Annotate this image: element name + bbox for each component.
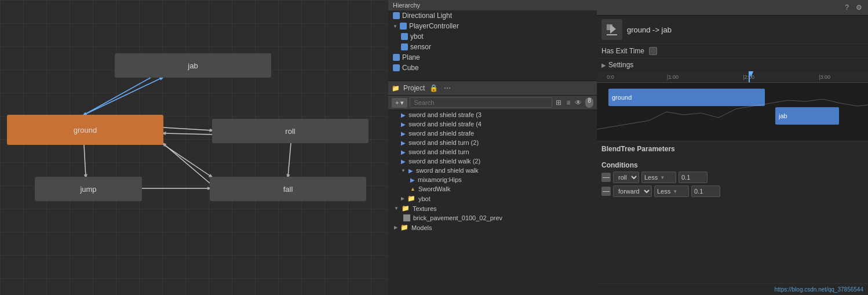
project-title: Project bbox=[403, 84, 425, 92]
project-icon-list[interactable]: ≡ bbox=[565, 97, 571, 108]
project-item-strafe[interactable]: ▶ sword and shield strafe bbox=[388, 129, 597, 138]
project-item-label: Models bbox=[411, 224, 432, 231]
inspector-settings-icon[interactable]: ⚙ bbox=[855, 2, 863, 13]
has-exit-time-label: Has Exit Time bbox=[601, 47, 644, 55]
cube-icon bbox=[393, 54, 400, 61]
condition-value-1[interactable] bbox=[679, 172, 707, 183]
project-item-label: SwordWalk bbox=[418, 185, 450, 192]
settings-expand-icon: ▶ bbox=[601, 62, 606, 68]
condition-param-1[interactable]: roll bbox=[613, 172, 639, 183]
state-jump-label: jump bbox=[80, 185, 96, 194]
condition-operator-1-label: Less bbox=[644, 174, 658, 181]
project-item-label: mixamorig:Hips bbox=[418, 176, 462, 183]
condition-operator-2-label: Less bbox=[657, 188, 670, 195]
project-item-label: sword and shield strafe (3 bbox=[409, 111, 482, 118]
hierarchy-item-ybot[interactable]: ybot bbox=[388, 31, 597, 42]
timeline-area: 0:0 |1:00 |2:00 |3:00 ground jab bbox=[597, 71, 868, 141]
project-item-label: sword and shield turn (2) bbox=[409, 139, 479, 146]
anim-icon-strafe: ▶ bbox=[401, 130, 406, 137]
condition-operator-2-dropdown[interactable]: Less ▼ bbox=[654, 185, 689, 197]
cube-icon bbox=[401, 43, 408, 50]
tick-1: |1:00 bbox=[667, 74, 679, 80]
project-item-textures[interactable]: ▼ 📁 Textures bbox=[388, 203, 597, 213]
download-icon bbox=[601, 19, 622, 40]
inspector-help-icon[interactable]: ? bbox=[844, 2, 850, 13]
condition-row-1: — roll Less ▼ bbox=[601, 172, 863, 183]
project-item-strafe4[interactable]: ▶ sword and shield strafe (4 bbox=[388, 119, 597, 129]
triangle-icon-swordwalk: ▲ bbox=[410, 186, 415, 192]
project-item-label: sword and shield strafe bbox=[409, 130, 474, 137]
tick-3: |3:00 bbox=[819, 74, 830, 80]
anim-icon-turn2: ▶ bbox=[401, 140, 406, 146]
expand-ybot-icon: ▶ bbox=[401, 196, 404, 201]
footer-url: https://blog.csdn.net/qq_37856544 bbox=[597, 283, 868, 295]
project-list: ▶ sword and shield strafe (3 ▶ sword and… bbox=[388, 110, 597, 295]
condition-param-2[interactable]: forward bbox=[613, 185, 652, 197]
project-icon-eye[interactable]: 👁 bbox=[574, 97, 583, 108]
project-menu-icon[interactable]: ⋯ bbox=[443, 83, 452, 93]
project-item-label: sword and shield turn bbox=[409, 148, 469, 155]
footer-url-text: https://blog.csdn.net/qq_37856544 bbox=[775, 286, 863, 293]
hierarchy-item-label: sensor bbox=[410, 43, 431, 51]
project-icon-group: ⊞ ≡ 👁 8 bbox=[555, 97, 593, 108]
blend-section: BlendTree Parameters bbox=[597, 141, 868, 159]
hierarchy-item-playercontroller[interactable]: ▼ PlayerController bbox=[388, 21, 597, 31]
project-toolbar: 📁 Project 🔒 ⋯ bbox=[388, 81, 597, 96]
project-item-label: brick_pavement_0100_02_prev bbox=[413, 214, 502, 221]
cube-icon bbox=[393, 12, 400, 19]
state-roll[interactable]: roll bbox=[212, 119, 369, 143]
hierarchy-item-label: Cube bbox=[402, 64, 419, 72]
state-jab[interactable]: jab bbox=[115, 53, 271, 78]
hierarchy-header: Hierarchy bbox=[388, 0, 597, 10]
state-roll-label: roll bbox=[285, 127, 295, 136]
hierarchy-item-sensor[interactable]: sensor bbox=[388, 42, 597, 52]
project-item-hips[interactable]: ▶ mixamorig:Hips bbox=[388, 175, 597, 184]
project-lock-icon[interactable]: 🔒 bbox=[428, 83, 439, 93]
conditions-title: Conditions bbox=[601, 161, 863, 169]
state-ground[interactable]: ground bbox=[7, 115, 163, 145]
project-item-turn[interactable]: ▶ sword and shield turn bbox=[388, 147, 597, 156]
search-input[interactable] bbox=[410, 97, 552, 108]
folder-icon-models: 📁 bbox=[400, 224, 409, 231]
project-item-strafe3[interactable]: ▶ sword and shield strafe (3 bbox=[388, 110, 597, 119]
folder-icon-textures: 📁 bbox=[402, 205, 410, 212]
project-item-swordwalk[interactable]: ▲ SwordWalk bbox=[388, 184, 597, 194]
state-jump[interactable]: jump bbox=[35, 177, 142, 201]
timeline-ruler: 0:0 |1:00 |2:00 |3:00 bbox=[597, 71, 868, 83]
inspector-top: ground -> jab bbox=[597, 16, 868, 44]
state-fall[interactable]: fall bbox=[210, 177, 366, 201]
conditions-section: Conditions — roll Less ▼ — forward Less … bbox=[597, 159, 868, 202]
hierarchy-panel: Hierarchy Directional Light ▼ PlayerCont… bbox=[388, 0, 597, 81]
project-item-brick[interactable]: brick_pavement_0100_02_prev bbox=[388, 213, 597, 223]
download-svg bbox=[606, 23, 618, 36]
project-item-walk[interactable]: ▼ ▶ sword and shield walk bbox=[388, 166, 597, 175]
project-item-label: Textures bbox=[413, 205, 437, 212]
cube-icon bbox=[401, 33, 408, 40]
condition-value-2[interactable] bbox=[691, 185, 720, 197]
project-item-turn2[interactable]: ▶ sword and shield turn (2) bbox=[388, 138, 597, 147]
add-button[interactable]: + ▾ bbox=[392, 98, 407, 108]
hierarchy-item-plane[interactable]: Plane bbox=[388, 52, 597, 63]
project-panel: 📁 Project 🔒 ⋯ + ▾ ⊞ ≡ 👁 8 ▶ sword and sh… bbox=[388, 81, 597, 295]
hierarchy-item-cube[interactable]: Cube bbox=[388, 63, 597, 73]
cube-icon bbox=[400, 23, 407, 30]
hierarchy-item-label: Directional Light bbox=[402, 12, 452, 20]
svg-marker-12 bbox=[610, 24, 616, 34]
project-item-walk2[interactable]: ▶ sword and shield walk (2) bbox=[388, 156, 597, 166]
texture-icon-brick bbox=[403, 214, 410, 221]
hierarchy-item-directional-light[interactable]: Directional Light bbox=[388, 10, 597, 21]
has-exit-time-checkbox[interactable] bbox=[649, 47, 657, 55]
project-item-models[interactable]: ▶ 📁 Models bbox=[388, 223, 597, 232]
project-icon-grid[interactable]: ⊞ bbox=[555, 97, 563, 108]
project-item-ybot[interactable]: ▶ 📁 ybot bbox=[388, 194, 597, 203]
condition-operator-1-dropdown[interactable]: Less ▼ bbox=[641, 172, 676, 183]
inspector-panel: ? ⚙ ground -> jab Has Exit Time ▶ Settin… bbox=[597, 0, 868, 295]
condition-remove-btn-2[interactable]: — bbox=[601, 187, 611, 196]
project-item-label: sword and shield strafe (4 bbox=[409, 121, 482, 128]
condition-remove-btn-1[interactable]: — bbox=[601, 173, 611, 182]
state-fall-label: fall bbox=[283, 185, 293, 194]
expand-arrow-icon: ▼ bbox=[393, 24, 397, 29]
anim-icon-strafe3: ▶ bbox=[401, 112, 406, 118]
waveform-svg bbox=[597, 83, 868, 141]
settings-row[interactable]: ▶ Settings bbox=[597, 59, 868, 71]
